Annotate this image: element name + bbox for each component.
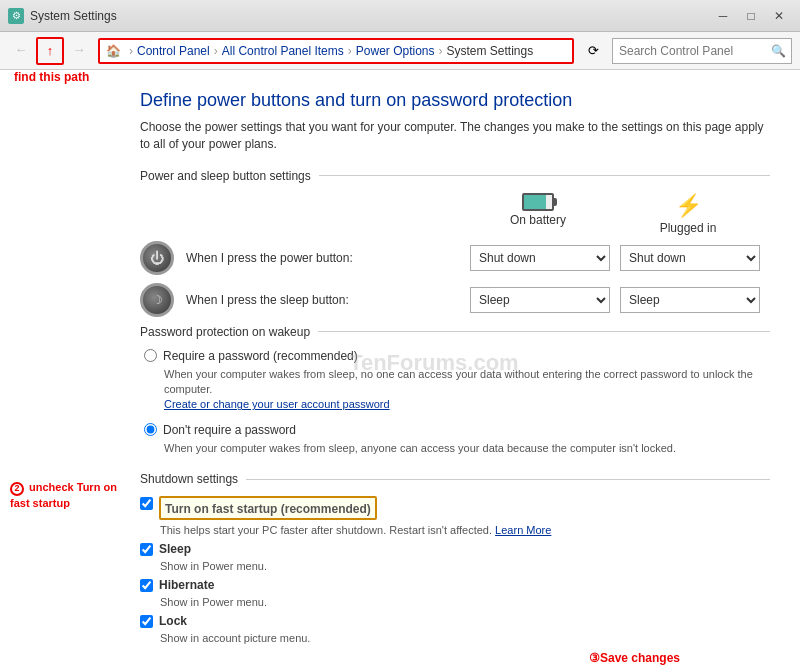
power-button-plugged-select[interactable]: Shut down Do nothing Sleep Hibernate Tur… (620, 245, 760, 271)
fast-startup-desc: This helps start your PC faster after sh… (140, 524, 770, 536)
sleep-desc: Show in Power menu. (140, 560, 770, 572)
fast-startup-checkbox[interactable] (140, 497, 153, 510)
plugged-column-header: ⚡ Plugged in (618, 193, 758, 235)
nav-arrows: ← ↑ → (8, 37, 92, 65)
lock-row: Lock (140, 614, 770, 628)
page-description: Choose the power settings that you want … (140, 119, 770, 153)
refresh-button[interactable]: ⟳ (580, 38, 606, 64)
fast-startup-label: Turn on fast startup (recommended) (159, 496, 377, 520)
lock-desc: Show in account picture menu. (140, 632, 770, 644)
learn-more-link[interactable]: Learn More (495, 524, 551, 536)
battery-column-header: On battery (468, 193, 608, 235)
sleep-button-label: When I press the sleep button: (186, 293, 470, 307)
on-battery-label: On battery (510, 213, 566, 227)
window-controls: ─ □ ✕ (710, 3, 792, 29)
sleep-checkbox[interactable] (140, 543, 153, 556)
power-button-battery-select[interactable]: Shut down Do nothing Sleep Hibernate Tur… (470, 245, 610, 271)
power-button-battery-dropdown[interactable]: Shut down Do nothing Sleep Hibernate Tur… (470, 245, 610, 271)
require-password-desc: When your computer wakes from sleep, no … (144, 367, 770, 413)
minimize-button[interactable]: ─ (710, 3, 736, 29)
lock-label: Lock (159, 614, 187, 628)
nav-bar: ← ↑ → 🏠 › Control Panel › All Control Pa… (0, 32, 800, 70)
main-content: Define power buttons and turn on passwor… (0, 70, 800, 666)
power-button-plugged-dropdown[interactable]: Shut down Do nothing Sleep Hibernate Tur… (620, 245, 760, 271)
no-password-option: Don't require a password When your compu… (140, 423, 770, 456)
sleep-row: Sleep (140, 542, 770, 556)
power-button-icon: ⏻ (140, 241, 174, 275)
breadcrumb-current: System Settings (446, 44, 533, 58)
plugged-in-label: Plugged in (660, 221, 717, 235)
power-button-label: When I press the power button: (186, 251, 470, 265)
shutdown-section-header: Shutdown settings (140, 472, 770, 486)
annotation-uncheck: 2 uncheck Turn on fast startup (10, 480, 135, 510)
sleep-button-battery-select[interactable]: Sleep Do nothing Hibernate Shut down Tur… (470, 287, 610, 313)
sleep-button-row: ☽ When I press the sleep button: Sleep D… (140, 283, 770, 317)
breadcrumb-all-items[interactable]: All Control Panel Items (222, 44, 344, 58)
sleep-button-plugged-dropdown[interactable]: Sleep Do nothing Hibernate Shut down Tur… (620, 287, 760, 313)
lock-checkbox[interactable] (140, 615, 153, 628)
shutdown-section: Turn on fast startup (recommended) This … (140, 496, 770, 644)
search-wrapper: 🔍 (612, 38, 792, 64)
create-password-link[interactable]: Create or change your user account passw… (164, 398, 390, 410)
breadcrumb-power-options[interactable]: Power Options (356, 44, 435, 58)
save-annotation: ③Save changes (589, 651, 680, 665)
power-section-header: Power and sleep button settings (140, 169, 770, 183)
up-button[interactable]: ↑ (36, 37, 64, 65)
breadcrumb: 🏠 › Control Panel › All Control Panel It… (98, 38, 574, 64)
breadcrumb-home-icon: 🏠 (106, 44, 121, 58)
sleep-button-plugged-select[interactable]: Sleep Do nothing Hibernate Shut down Tur… (620, 287, 760, 313)
password-section-header: Password protection on wakeup (140, 325, 770, 339)
plug-icon: ⚡ (675, 193, 702, 219)
content-area: TenForums.com 2 uncheck Turn on fast sta… (0, 70, 800, 666)
sleep-label: Sleep (159, 542, 191, 556)
hibernate-row: Hibernate (140, 578, 770, 592)
no-password-desc: When your computer wakes from sleep, any… (144, 441, 770, 456)
require-password-radio[interactable] (144, 349, 157, 362)
no-password-radio[interactable] (144, 423, 157, 436)
password-section: Require a password (recommended) When yo… (140, 349, 770, 457)
hibernate-desc: Show in Power menu. (140, 596, 770, 608)
sleep-button-battery-dropdown[interactable]: Sleep Do nothing Hibernate Shut down Tur… (470, 287, 610, 313)
sleep-button-icon: ☽ (140, 283, 174, 317)
breadcrumb-control-panel[interactable]: Control Panel (137, 44, 210, 58)
hibernate-label: Hibernate (159, 578, 214, 592)
no-password-label: Don't require a password (163, 423, 296, 437)
maximize-button[interactable]: □ (738, 3, 764, 29)
search-icon: 🔍 (771, 44, 786, 58)
hibernate-checkbox[interactable] (140, 579, 153, 592)
power-button-row: ⏻ When I press the power button: Shut do… (140, 241, 770, 275)
title-bar: ⚙ System Settings ─ □ ✕ (0, 0, 800, 32)
back-button[interactable]: ← (8, 37, 34, 63)
forward-button[interactable]: → (66, 37, 92, 63)
close-button[interactable]: ✕ (766, 3, 792, 29)
annotation-path: find this path (14, 70, 89, 84)
fast-startup-row: Turn on fast startup (recommended) (140, 496, 770, 520)
require-password-label: Require a password (recommended) (163, 349, 358, 363)
window-icon: ⚙ (8, 8, 24, 24)
window-title: System Settings (30, 9, 710, 23)
page-title: Define power buttons and turn on passwor… (140, 90, 770, 111)
search-input[interactable] (612, 38, 792, 64)
require-password-option: Require a password (recommended) When yo… (140, 349, 770, 413)
